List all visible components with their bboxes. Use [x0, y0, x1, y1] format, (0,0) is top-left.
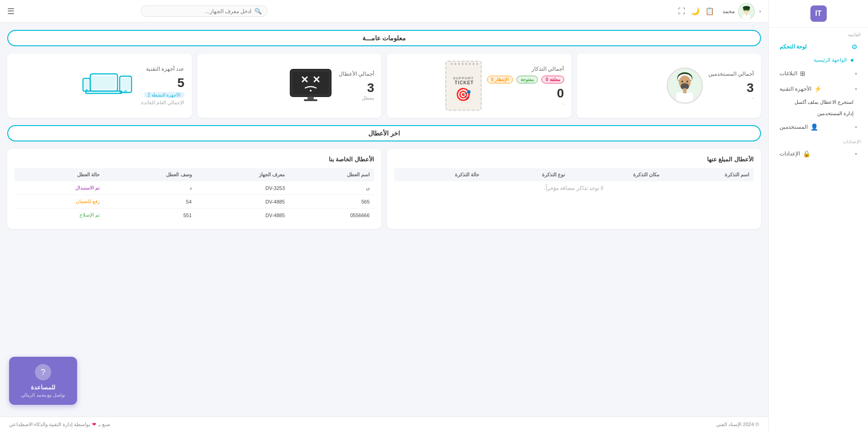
- settings-icon: 🔒: [803, 150, 810, 157]
- sidebar-item-label-homepage: الواجهة الرئيسية: [814, 57, 847, 63]
- svg-rect-24: [307, 97, 314, 99]
- sidebar-item-label-users-mgmt: إدارة المستخدمين: [817, 111, 853, 116]
- reported-faults-table: اسم التذكرة مكان التذكرة نوع التذكرة حال…: [394, 168, 754, 195]
- device-id: DV-3253: [196, 181, 290, 195]
- table-row: 565 DV-4885 54 رفع للضمان: [15, 195, 374, 209]
- help-title: للمساعدة: [16, 384, 70, 391]
- cards-row: أجمالي المستخدمين 3 -: [7, 53, 761, 118]
- fault-description: د: [104, 181, 196, 195]
- users-card-value: 3: [708, 81, 754, 95]
- users-card: أجمالي المستخدمين 3 -: [577, 53, 761, 118]
- devices-svg: [81, 67, 136, 103]
- svg-point-4: [743, 6, 750, 9]
- chevron-down-icon-2: ▾: [855, 87, 857, 92]
- chevron-down-icon: ▾: [855, 71, 857, 76]
- footer-copyright: © 2024 الإسناد الفني: [716, 422, 759, 427]
- devices-total-label: الإجمالي العام للقائدة: [141, 100, 184, 106]
- ticket-body: SUPPORT TICKET 🎯: [445, 61, 482, 111]
- devices-card: عدد أجهزة التقنية 5 الأجهزة النشطة 2 الإ…: [7, 53, 192, 118]
- sidebar: IT القائمة ⊙ لوحة التحكم الواجهة الرئيسي…: [768, 0, 868, 432]
- table-row-empty: لا توجد تذاكر مضافة مؤخراً.: [394, 181, 754, 195]
- sidebar-item-broadcasts[interactable]: ▾ ⊞ البلاغات: [772, 66, 864, 81]
- col-ticket-place: مكان التذكرة: [570, 168, 664, 181]
- sidebar-section-label: القائمة: [769, 28, 868, 39]
- svg-rect-25: [304, 99, 317, 101]
- col-device-id: معرف الجهاز: [196, 168, 290, 181]
- dark-mode-icon[interactable]: 🌙: [691, 7, 700, 15]
- waiting-badge: الإنتظار 0: [487, 76, 513, 83]
- broadcasts-icon: ⊞: [800, 70, 805, 77]
- table-row: 0556666 DV-4885 551 تم الإصلاح: [15, 209, 374, 222]
- svg-rect-27: [92, 76, 116, 89]
- col-ticket-name: اسم التذكرة: [664, 168, 754, 181]
- ticket-dots: [446, 62, 481, 67]
- tickets-card-label: أجمالي التذكار: [487, 66, 564, 72]
- topbar-icons: 📋 🌙 ⛶: [678, 7, 714, 15]
- sidebar-item-extract[interactable]: استخرج الاعطال بملف أكسل: [769, 97, 868, 108]
- faults-card-sub: معطل: [339, 95, 374, 101]
- made-by-text: صنع بـ: [98, 422, 110, 427]
- sidebar-settings-label: الإعدادات: [769, 135, 868, 146]
- user-avatar-svg: [668, 68, 702, 103]
- hamburger-menu-icon[interactable]: ☰: [7, 6, 15, 16]
- fault-description: 54: [104, 195, 196, 209]
- tickets-card-value: 0: [487, 86, 564, 101]
- topbar: ‹ محمد �: [0, 0, 768, 23]
- faults-card-label: أجمالي الأعطال: [339, 71, 374, 77]
- device-id: DV-4885: [196, 195, 290, 209]
- help-subtitle: تواصل مع محمد الزمالي: [16, 393, 70, 398]
- col-ticket-type: نوع التذكرة: [484, 168, 570, 181]
- copy-icon[interactable]: 📋: [705, 7, 714, 15]
- content-area: معلومات عامـــة أجمالي المستخدمين 3 -: [0, 23, 768, 417]
- sidebar-item-tech-devices[interactable]: ▾ ⚡ الأجهزة التقنية: [772, 82, 864, 96]
- general-info-header: معلومات عامـــة: [7, 30, 761, 46]
- sidebar-item-label-extract: استخرج الاعطال بملف أكسل: [795, 99, 853, 105]
- open-badge: مفتوحة: [517, 76, 538, 83]
- sidebar-item-label-settings: الإعدادات: [780, 150, 800, 157]
- help-circle-icon: ?: [35, 364, 51, 380]
- collapse-icon[interactable]: ‹: [759, 8, 761, 15]
- sidebar-item-label-tech: الأجهزة التقنية: [780, 86, 811, 92]
- svg-point-34: [86, 89, 88, 91]
- reported-faults-panel: الأعطال المبلغ عنها اسم التذكرة مكان الت…: [387, 149, 761, 229]
- fault-name: 565: [289, 195, 374, 209]
- recent-faults-header: اخر الأعطال: [7, 125, 761, 141]
- tickets-card: أجمالي التذكار معلقة 0 مفتوحة الإنتظار 0: [387, 53, 571, 118]
- search-input[interactable]: [146, 8, 252, 15]
- own-faults-table: اسم العطل معرف الجهاز وصف العطل حالة الع…: [15, 168, 374, 222]
- reported-faults-title: الأعطال المبلغ عنها: [394, 156, 754, 163]
- svg-rect-7: [746, 13, 747, 15]
- fault-name: 0556666: [289, 209, 374, 222]
- svg-point-31: [125, 91, 127, 92]
- fullscreen-icon[interactable]: ⛶: [678, 7, 685, 15]
- sidebar-item-label-users: المستخدمين: [780, 124, 808, 130]
- pending-badge: معلقة 0: [541, 76, 564, 83]
- tables-row: الأعطال المبلغ عنها اسم التذكرة مكان الت…: [7, 149, 761, 229]
- empty-message: لا توجد تذاكر مضافة مؤخراً.: [394, 181, 754, 195]
- copyright-text: © 2024 الإسناد الفني: [716, 422, 759, 427]
- fault-description: 551: [104, 209, 196, 222]
- sidebar-item-settings[interactable]: ▾ 🔒 الإعدادات: [772, 146, 864, 161]
- fault-status: رفع للضمان: [15, 195, 104, 209]
- search-box[interactable]: 🔍: [141, 5, 268, 17]
- users-card-sub: -: [708, 95, 754, 101]
- search-icon: 🔍: [254, 8, 262, 15]
- sidebar-item-dashboard[interactable]: ⊙ لوحة التحكم: [772, 39, 864, 54]
- chevron-down-icon-4: ▾: [855, 151, 857, 156]
- sidebar-item-users-mgmt[interactable]: إدارة المستخدمين: [769, 108, 868, 119]
- svg-point-13: [681, 81, 683, 83]
- ticket-visual: SUPPORT TICKET 🎯: [445, 61, 482, 111]
- ticket-ticket-text: TICKET: [453, 80, 474, 85]
- sidebar-item-homepage[interactable]: الواجهة الرئيسية: [769, 54, 868, 66]
- help-widget[interactable]: ? للمساعدة تواصل مع محمد الزمالي: [9, 357, 77, 405]
- nav-dot: [851, 59, 853, 62]
- by-text: بواسطة إدارة التقنية والذكاء الاصطداعي: [9, 422, 90, 427]
- col-fault-status: حالة العطل: [15, 168, 104, 181]
- footer: © 2024 الإسناد الفني صنع بـ ❤ بواسطة إدا…: [0, 417, 768, 432]
- sidebar-item-users[interactable]: ▾ 👤 المستخدمين: [772, 120, 864, 134]
- devices-display: [81, 67, 136, 105]
- device-id: DV-4885: [196, 209, 290, 222]
- tech-icon: ⚡: [814, 85, 822, 92]
- heart-icon: ❤: [92, 422, 96, 427]
- avatar-image: [738, 3, 755, 19]
